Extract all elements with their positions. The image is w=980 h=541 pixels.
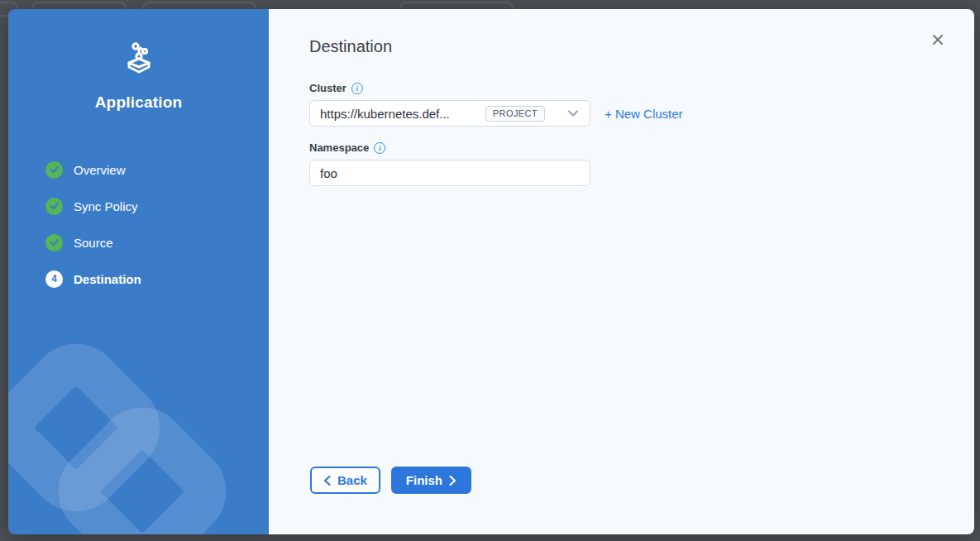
application-box-icon [121,41,157,77]
info-icon[interactable]: i [351,83,363,94]
finish-button-label: Finish [406,473,442,487]
chevron-left-icon [323,476,331,486]
cluster-value: https://kubernetes.def... [320,107,450,121]
cluster-label: Cluster i [309,82,974,94]
step-label: Destination [74,272,141,286]
chevron-down-icon[interactable] [568,110,578,117]
back-button-label: Back [337,473,367,487]
finish-button[interactable]: Finish [391,467,471,494]
close-icon[interactable] [930,32,945,47]
check-icon [45,161,63,179]
chevron-right-icon [449,476,457,486]
step-destination[interactable]: 4 Destination [8,261,269,297]
project-badge: PROJECT [485,106,545,122]
check-icon [45,198,63,215]
info-icon[interactable]: i [374,142,385,154]
application-wizard-dialog: Application Overview Sync Policy Source [8,9,974,534]
cluster-select[interactable]: https://kubernetes.def... PROJECT [309,100,590,127]
step-overview[interactable]: Overview [8,151,269,188]
wizard-steps: Overview Sync Policy Source 4 Destinatio… [8,151,269,297]
wizard-title: Application [8,93,269,112]
back-button[interactable]: Back [310,467,380,494]
cluster-row: https://kubernetes.def... PROJECT + New … [309,100,974,127]
step-number-badge: 4 [45,270,63,288]
check-icon [45,234,63,251]
sidebar-watermark-pattern [8,278,269,534]
step-label: Overview [74,163,126,177]
namespace-input[interactable] [309,160,590,186]
step-label: Sync Policy [74,199,138,213]
namespace-label: Namespace i [309,141,974,154]
application-logo [8,41,269,77]
wizard-sidebar: Application Overview Sync Policy Source [8,9,269,534]
step-sync-policy[interactable]: Sync Policy [8,188,269,224]
step-label: Source [74,236,113,250]
cluster-label-text: Cluster [309,82,347,94]
namespace-label-text: Namespace [309,141,369,154]
wizard-footer: Back Finish [310,467,471,494]
page-title: Destination [309,37,974,56]
step-source[interactable]: Source [8,224,269,261]
new-cluster-link[interactable]: + New Cluster [605,107,683,121]
wizard-main-panel: Destination Cluster i https://kubernetes… [269,9,974,534]
